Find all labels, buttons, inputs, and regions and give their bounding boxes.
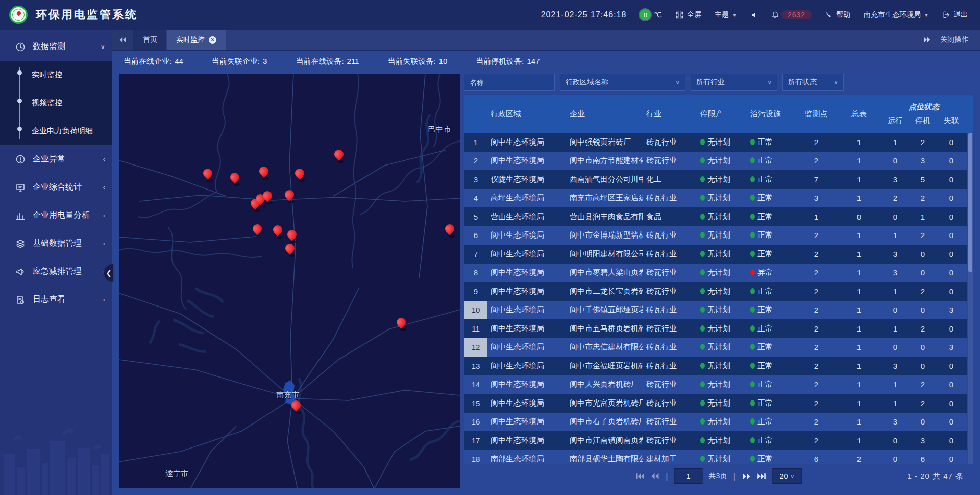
tabs-scroll-left-button[interactable] <box>112 30 134 50</box>
column-header-industry: 行业 <box>643 109 697 119</box>
table-row[interactable]: 14 阆中生态环境局 阆中大兴页岩机砖厂 砖瓦行业 无计划 正常 2 1 1 2… <box>464 375 967 394</box>
tab-realtime-monitor[interactable]: 实时监控 ✕ <box>167 30 226 50</box>
table-row[interactable]: 12 阆中生态环境局 阆中市忠信建材有限公 砖瓦行业 无计划 正常 2 1 0 … <box>464 338 967 357</box>
logout-button[interactable]: 退出 <box>942 10 968 19</box>
map-pin[interactable] <box>286 229 298 244</box>
org-dropdown[interactable]: 南充市生态环境局▼ <box>864 10 929 19</box>
sidebar-section[interactable]: 应急减排管理 ‹ <box>0 257 112 286</box>
table-row[interactable]: 9 阆中生态环境局 阆中市二龙长宝页岩砖 砖瓦行业 无计划 正常 2 1 1 2… <box>464 282 967 301</box>
cell-limit: 无计划 <box>697 417 747 427</box>
map-pin[interactable] <box>284 190 295 204</box>
help-button[interactable]: 帮助 <box>825 10 850 19</box>
table-row[interactable]: 1 阆中生态环境局 阆中强锐页岩砖厂 砖瓦行业 无计划 正常 2 1 1 2 0 <box>464 133 967 152</box>
cell-monitor-count: 7 <box>795 175 837 184</box>
notification-button[interactable]: 2632 <box>771 10 812 19</box>
sound-button[interactable] <box>750 11 758 19</box>
cell-meter-count: 1 <box>837 138 881 147</box>
sidebar-section[interactable]: 日志查看 ‹ <box>0 286 112 314</box>
region-select[interactable]: 行政区域名称∨ <box>560 74 685 91</box>
page-number-input[interactable] <box>674 468 703 484</box>
table-row[interactable]: 3 仪陇生态环境局 西南油气田分公司川中 化工 无计划 正常 7 1 3 5 0 <box>464 170 967 189</box>
cell-industry: 砖瓦行业 <box>643 436 697 445</box>
double-chevron-right-icon[interactable] <box>923 36 931 43</box>
cell-running-count: 3 <box>881 268 910 277</box>
facility-status-dot <box>750 269 755 275</box>
table-row[interactable]: 15 阆中生态环境局 阆中市光富页岩机砖厂 砖瓦行业 无计划 正常 2 1 1 … <box>464 394 967 413</box>
map-pin[interactable] <box>396 317 407 332</box>
sidebar-section[interactable]: 基础数据管理 ‹ <box>0 229 112 257</box>
table-row[interactable]: 4 高坪生态环境局 南充市高坪区王家店建 砖瓦行业 无计划 正常 3 1 2 2… <box>464 189 967 208</box>
cell-meter-count: 1 <box>837 362 881 370</box>
vertical-scrollbar[interactable] <box>968 133 973 464</box>
map-pin[interactable] <box>202 168 213 182</box>
sidebar-section[interactable]: 企业用电量分析 ‹ <box>0 201 112 229</box>
map-pin[interactable] <box>258 166 270 180</box>
cell-limit: 无计划 <box>697 156 747 166</box>
column-header-limit: 停限产 <box>697 109 747 119</box>
name-search-input[interactable] <box>464 74 555 91</box>
map-pin[interactable] <box>444 224 455 238</box>
industry-select[interactable]: 所有行业∨ <box>691 74 777 91</box>
table-row[interactable]: 8 阆中生态环境局 阆中市枣碧大梁山页岩 砖瓦行业 无计划 异常 2 1 3 0… <box>464 264 967 282</box>
sidebar-section[interactable]: 数据监测 ∨ <box>0 33 112 61</box>
row-number: 17 <box>464 431 487 450</box>
theme-dropdown[interactable]: 主题▼ <box>715 10 737 19</box>
sidebar-section-label: 数据监测 <box>33 41 65 52</box>
map-pin[interactable] <box>290 400 302 414</box>
cell-company: 阆中明阳建材有限公司 <box>567 249 643 259</box>
map-canvas[interactable]: 巴中市南充市遂宁市 <box>119 74 460 488</box>
first-page-button[interactable] <box>635 473 644 480</box>
cell-company: 阆中市金福旺页岩机砖 <box>567 361 643 371</box>
name-search-field[interactable] <box>470 78 549 86</box>
table-row[interactable]: 18 南部生态环境局 南部县砚华土陶有限公 建材加工 无计划 正常 6 2 0 … <box>464 450 967 465</box>
cell-limit: 无计划 <box>697 361 747 371</box>
table-row[interactable]: 11 阆中生态环境局 阆中市五马桥页岩机砖 砖瓦行业 无计划 正常 2 1 1 … <box>464 319 967 338</box>
fullscreen-button[interactable]: 全屏 <box>675 10 701 19</box>
table-row[interactable]: 5 营山生态环境局 营山县润丰肉食品有限 食品 无计划 正常 1 0 0 1 0 <box>464 207 967 226</box>
next-page-button[interactable] <box>742 473 751 480</box>
cell-meter-count: 1 <box>837 305 881 314</box>
last-page-button[interactable] <box>757 473 766 480</box>
facility-status-dot <box>750 381 755 387</box>
chevron-down-icon: ▼ <box>924 12 929 18</box>
map-pin[interactable] <box>333 149 345 163</box>
bell-icon <box>771 11 779 19</box>
cell-meter-count: 1 <box>837 250 881 258</box>
sidebar-subitem[interactable]: 视频监控 <box>0 89 112 117</box>
column-header-stopped: 停机 <box>910 116 936 131</box>
map-pin[interactable] <box>272 225 283 239</box>
facility-status-dot <box>750 456 755 462</box>
map-pin[interactable] <box>229 172 240 186</box>
map-pin[interactable] <box>252 224 263 238</box>
page-size-select[interactable]: 20∨ <box>772 468 802 484</box>
map-pin[interactable] <box>262 191 273 205</box>
cell-company: 阆中市二龙长宝页岩砖 <box>567 287 643 296</box>
table-row[interactable]: 10 阆中生态环境局 阆中千佛镇五郎垭页岩 砖瓦行业 无计划 正常 2 1 0 … <box>464 301 967 320</box>
prev-page-button[interactable] <box>650 473 659 480</box>
sidebar-section[interactable]: 企业异常 ‹ <box>0 145 112 173</box>
map-pin[interactable] <box>284 243 296 257</box>
facility-status-dot <box>750 325 755 332</box>
sidebar-submenu: 实时监控 视频监控 企业电力负荷明细 <box>0 61 112 145</box>
cell-monitor-count: 6 <box>795 455 837 463</box>
tab-home[interactable]: 首页 <box>134 30 167 50</box>
table-row[interactable]: 16 阆中生态环境局 阆中市石子页岩机砖厂 砖瓦行业 无计划 正常 2 1 3 … <box>464 413 967 432</box>
sidebar-section[interactable]: 企业综合统计 ‹ <box>0 173 112 201</box>
close-operations-dropdown[interactable]: 关闭操作 <box>940 35 969 44</box>
map-pin[interactable] <box>294 168 305 182</box>
table-row[interactable]: 6 阆中生态环境局 阆中市金博瑞新型墙材 砖瓦行业 无计划 正常 2 1 1 2… <box>464 226 967 245</box>
row-number: 13 <box>464 357 487 375</box>
table-row[interactable]: 7 阆中生态环境局 阆中明阳建材有限公司 砖瓦行业 无计划 正常 2 1 3 0… <box>464 245 967 264</box>
cell-facility: 异常 <box>747 268 795 277</box>
cell-facility: 正常 <box>747 436 795 445</box>
facility-status-dot <box>750 288 755 294</box>
tab-close-icon[interactable]: ✕ <box>209 36 216 44</box>
sidebar-subitem[interactable]: 实时监控 <box>0 61 112 89</box>
table-row[interactable]: 13 阆中生态环境局 阆中市金福旺页岩机砖 砖瓦行业 无计划 正常 2 1 3 … <box>464 357 967 375</box>
total-pages-label: 共3页 <box>709 472 727 481</box>
table-row[interactable]: 17 阆中生态环境局 阆中市江南镇阆南页岩 砖瓦行业 无计划 正常 2 1 0 … <box>464 431 967 450</box>
table-row[interactable]: 2 阆中生态环境局 阆中市南方节能建材有 砖瓦行业 无计划 正常 2 1 0 3… <box>464 152 967 171</box>
sidebar-subitem[interactable]: 企业电力负荷明细 <box>0 117 112 145</box>
status-select[interactable]: 所有状态∨ <box>782 74 844 91</box>
scrollbar-thumb[interactable] <box>968 133 972 272</box>
